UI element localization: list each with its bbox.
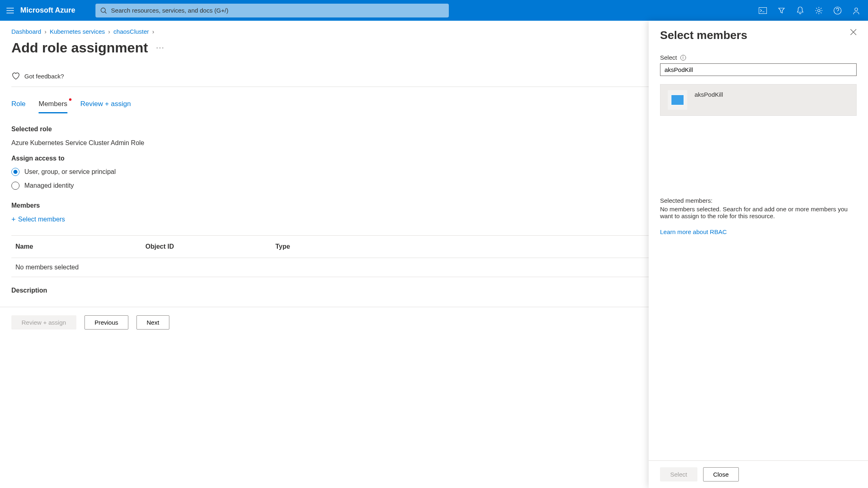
- panel-title: Select members: [660, 29, 747, 42]
- svg-rect-1: [759, 7, 767, 13]
- radio-managed-identity-label: Managed identity: [24, 182, 74, 189]
- brand-label[interactable]: Microsoft Azure: [20, 6, 75, 15]
- more-actions-icon[interactable]: ···: [156, 43, 165, 52]
- radio-managed-identity[interactable]: [11, 182, 19, 190]
- col-name: Name: [15, 243, 145, 250]
- search-input[interactable]: [111, 7, 444, 14]
- search-result-item[interactable]: aksPodKill: [660, 84, 857, 116]
- settings-gear-icon[interactable]: [814, 6, 823, 15]
- notifications-icon[interactable]: [796, 6, 805, 15]
- chevron-right-icon: ›: [44, 28, 46, 35]
- tab-role[interactable]: Role: [11, 100, 26, 113]
- result-thumb-icon: [668, 90, 687, 110]
- hamburger-menu-icon[interactable]: [4, 4, 16, 17]
- tab-review[interactable]: Review + assign: [80, 100, 131, 113]
- topbar-icons: [758, 6, 864, 15]
- panel-select-label: Select: [660, 54, 677, 61]
- global-search[interactable]: [95, 4, 449, 17]
- panel-select-button: Select: [660, 467, 697, 481]
- help-icon[interactable]: [833, 6, 842, 15]
- info-icon[interactable]: i: [680, 55, 686, 61]
- breadcrumb-dashboard[interactable]: Dashboard: [11, 28, 41, 35]
- review-assign-button: Review + assign: [11, 315, 76, 330]
- panel-close-button[interactable]: Close: [703, 467, 739, 481]
- next-button[interactable]: Next: [136, 315, 169, 330]
- top-bar: Microsoft Azure: [0, 0, 868, 21]
- radio-user-group[interactable]: [11, 168, 19, 176]
- svg-point-0: [101, 8, 106, 12]
- select-members-panel: Select members Select i aksPodKill Selec…: [649, 21, 868, 488]
- heart-icon: [11, 72, 20, 80]
- svg-point-2: [818, 9, 820, 12]
- page-title: Add role assignment: [11, 40, 148, 56]
- previous-button[interactable]: Previous: [84, 315, 128, 330]
- chevron-right-icon: ›: [108, 28, 110, 35]
- breadcrumb-cluster[interactable]: chaosCluster: [113, 28, 149, 35]
- tab-members[interactable]: Members: [39, 100, 67, 113]
- svg-point-4: [855, 8, 858, 11]
- tab-indicator-dot: [69, 98, 71, 101]
- result-name: aksPodKill: [695, 90, 723, 98]
- breadcrumb-kubernetes[interactable]: Kubernetes services: [50, 28, 105, 35]
- panel-footer: Select Close: [649, 460, 868, 488]
- search-icon: [100, 7, 107, 14]
- selected-members-text: No members selected. Search for and add …: [660, 206, 857, 219]
- member-search-input[interactable]: [660, 63, 857, 76]
- chevron-right-icon: ›: [152, 28, 154, 35]
- col-object-id: Object ID: [145, 243, 275, 250]
- learn-more-link[interactable]: Learn more about RBAC: [660, 228, 727, 235]
- selected-members-label: Selected members:: [660, 197, 857, 204]
- cloud-shell-icon[interactable]: [758, 6, 767, 15]
- feedback-label: Got feedback?: [24, 73, 64, 80]
- radio-user-group-label: User, group, or service principal: [24, 168, 116, 176]
- close-icon[interactable]: [850, 29, 857, 35]
- filter-icon[interactable]: [777, 6, 786, 15]
- account-icon[interactable]: [852, 6, 861, 15]
- plus-icon: +: [11, 216, 16, 223]
